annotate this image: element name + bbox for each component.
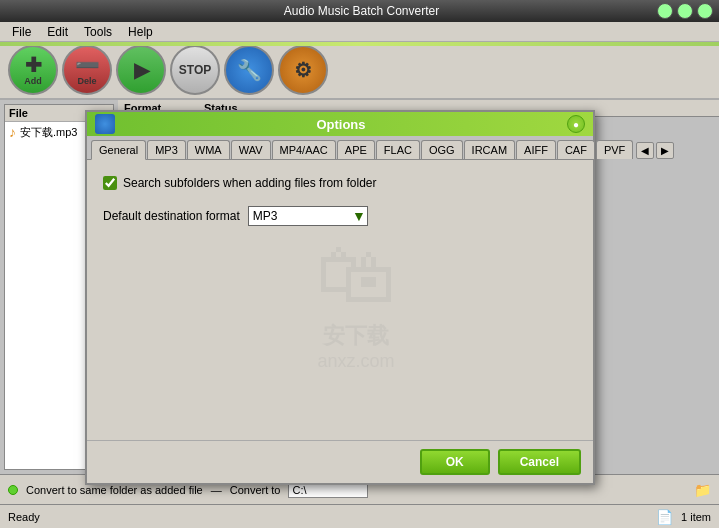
convert-same-folder-label: Convert to same folder as added file — [26, 484, 203, 496]
dest-format-label: Default destination format — [103, 209, 240, 223]
tab-nav-prev[interactable]: ◀ — [636, 142, 654, 159]
tab-pvf[interactable]: PVF — [596, 140, 633, 159]
convert-button[interactable]: 🔧 — [224, 45, 274, 95]
tabs-row: General MP3 WMA WAV MP4/AAC APE FLAC OGG… — [87, 136, 593, 160]
dest-format-select[interactable]: MP3 WMA WAV MP4/AAC APE FLAC OGG — [248, 206, 368, 226]
dialog-buttons: OK Cancel — [87, 440, 593, 483]
tab-mp3[interactable]: MP3 — [147, 140, 186, 159]
delete-label: Dele — [77, 76, 96, 86]
search-subfolders-row: Search subfolders when adding files from… — [103, 176, 577, 190]
tab-mp4aac[interactable]: MP4/AAC — [272, 140, 336, 159]
folder-icon: 📁 — [694, 482, 711, 498]
tab-ape[interactable]: APE — [337, 140, 375, 159]
options-icon — [95, 114, 115, 134]
menu-bar: File Edit Tools Help — [0, 22, 719, 42]
tab-flac[interactable]: FLAC — [376, 140, 420, 159]
add-label: Add — [24, 76, 42, 86]
tab-caf[interactable]: CAF — [557, 140, 595, 159]
minimize-button[interactable] — [657, 3, 673, 19]
menu-help[interactable]: Help — [120, 23, 161, 41]
title-bar: Audio Music Batch Converter — [0, 0, 719, 22]
stop-button[interactable]: STOP — [170, 45, 220, 95]
tab-ogg[interactable]: OGG — [421, 140, 463, 159]
main-area: File ♪ 安下载.mp3 Format Status Ready Optio… — [0, 100, 719, 474]
tab-ircam[interactable]: IRCAM — [464, 140, 515, 159]
tab-wma[interactable]: WMA — [187, 140, 230, 159]
toolbar: ✚ Add ➖ Dele ▶ STOP 🔧 ⚙ — [0, 42, 719, 100]
settings-button[interactable]: ⚙ — [278, 45, 328, 95]
status-indicator — [8, 485, 18, 495]
window-controls — [657, 3, 713, 19]
bottom-right: 📄 1 item — [656, 509, 711, 525]
window-title: Audio Music Batch Converter — [66, 4, 657, 18]
maximize-button[interactable] — [677, 3, 693, 19]
watermark-icon: 🛍 — [316, 229, 396, 321]
convert-to-label: Convert to — [230, 484, 281, 496]
close-button[interactable] — [697, 3, 713, 19]
menu-edit[interactable]: Edit — [39, 23, 76, 41]
options-title-bar: Options ● — [87, 112, 593, 136]
status-separator: — — [211, 484, 222, 496]
watermark-chinese: 安下载 — [316, 321, 396, 351]
tab-general[interactable]: General — [91, 140, 146, 160]
options-close-button[interactable]: ● — [567, 115, 585, 133]
search-subfolders-label: Search subfolders when adding files from… — [123, 176, 376, 190]
ok-button[interactable]: OK — [420, 449, 490, 475]
menu-file[interactable]: File — [4, 23, 39, 41]
items-icon: 📄 — [656, 509, 673, 525]
watermark: 🛍 安下载 anxz.com — [316, 229, 396, 372]
cancel-button[interactable]: Cancel — [498, 449, 581, 475]
convert-icon: 🔧 — [237, 60, 262, 80]
bottom-bar: Ready 📄 1 item — [0, 504, 719, 528]
options-dialog: Options ● General MP3 WMA WAV MP4/AAC AP… — [85, 110, 595, 485]
options-title: Options — [316, 117, 365, 132]
delete-icon: ➖ — [75, 55, 100, 75]
add-button[interactable]: ✚ Add — [8, 45, 58, 95]
stop-label: STOP — [179, 63, 211, 77]
toolbar-progress-bar — [0, 42, 719, 46]
play-button[interactable]: ▶ — [116, 45, 166, 95]
tab-wav[interactable]: WAV — [231, 140, 271, 159]
search-subfolders-checkbox[interactable] — [103, 176, 117, 190]
delete-button[interactable]: ➖ Dele — [62, 45, 112, 95]
dest-format-select-wrapper: MP3 WMA WAV MP4/AAC APE FLAC OGG ▼ — [248, 206, 368, 226]
options-overlay: Options ● General MP3 WMA WAV MP4/AAC AP… — [0, 100, 719, 474]
dest-format-row: Default destination format MP3 WMA WAV M… — [103, 206, 577, 226]
item-count: 1 item — [681, 511, 711, 523]
tab-aiff[interactable]: AIFF — [516, 140, 556, 159]
watermark-site: anxz.com — [316, 351, 396, 372]
settings-icon: ⚙ — [294, 60, 312, 80]
play-icon: ▶ — [134, 60, 149, 80]
ready-label: Ready — [8, 511, 40, 523]
options-content: 🛍 安下载 anxz.com Search subfolders when ad… — [87, 160, 593, 440]
add-icon: ✚ — [25, 55, 42, 75]
menu-tools[interactable]: Tools — [76, 23, 120, 41]
tab-nav-next[interactable]: ▶ — [656, 142, 674, 159]
